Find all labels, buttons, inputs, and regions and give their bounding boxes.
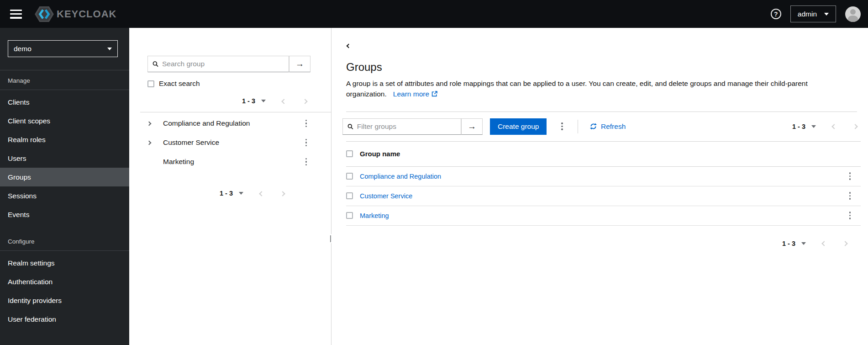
sidebar-item-client-scopes[interactable]: Client scopes bbox=[0, 111, 129, 130]
expand-toggle-icon[interactable] bbox=[147, 122, 156, 125]
pagination-next-button[interactable] bbox=[277, 188, 288, 199]
group-tree: Compliance and Regulation Customer Servi… bbox=[147, 114, 310, 171]
arrow-right-icon: → bbox=[468, 122, 476, 132]
keycloak-logo-icon bbox=[35, 6, 54, 22]
user-menu-dropdown[interactable]: admin bbox=[790, 5, 836, 22]
avatar-head bbox=[850, 9, 856, 15]
tree-item-label[interactable]: Compliance and Regulation bbox=[163, 119, 250, 127]
pagination-next-button[interactable] bbox=[300, 96, 310, 106]
table-pagination-top: 1 - 3 bbox=[789, 121, 861, 132]
group-search-submit-button[interactable]: → bbox=[289, 56, 310, 72]
pagination-range-toggle[interactable]: 1 - 3 bbox=[217, 188, 246, 199]
sidebar-section-configure: Configure bbox=[0, 231, 129, 250]
brand-text: KEYCLOAK bbox=[57, 8, 116, 20]
pagination-next-button[interactable] bbox=[840, 238, 851, 249]
search-icon bbox=[153, 61, 158, 67]
toolbar-divider bbox=[578, 120, 578, 133]
sidebar-item-realm-settings[interactable]: Realm settings bbox=[0, 254, 129, 272]
pagination-prev-button[interactable] bbox=[256, 188, 267, 199]
chevron-down-icon bbox=[801, 242, 806, 245]
row-checkbox[interactable] bbox=[346, 173, 353, 180]
table-row: Customer Service bbox=[346, 186, 861, 206]
chevron-left-icon bbox=[831, 124, 836, 129]
row-checkbox[interactable] bbox=[346, 192, 353, 199]
chevron-left-icon bbox=[281, 99, 286, 104]
refresh-button[interactable]: Refresh bbox=[589, 121, 626, 133]
pagination-prev-button[interactable] bbox=[819, 238, 830, 249]
chevron-right-icon bbox=[842, 241, 847, 246]
toolbar-kebab-menu-icon[interactable] bbox=[558, 120, 567, 133]
tree-item: Marketing bbox=[147, 152, 310, 171]
sidebar-item-authentication[interactable]: Authentication bbox=[0, 272, 129, 291]
page-description: A group is a set of attributes and role … bbox=[346, 78, 855, 100]
group-link[interactable]: Compliance and Regulation bbox=[360, 173, 441, 180]
kebab-menu-icon[interactable] bbox=[302, 155, 311, 168]
column-header-group-name: Group name bbox=[360, 150, 400, 158]
exact-search-checkbox[interactable] bbox=[147, 80, 154, 87]
chevron-left-icon bbox=[821, 241, 826, 246]
masthead: KEYCLOAK ? admin bbox=[0, 0, 868, 28]
sidebar-item-users[interactable]: Users bbox=[0, 149, 129, 168]
row-kebab-menu-icon[interactable] bbox=[846, 170, 855, 182]
pagination-range-toggle[interactable]: 1 - 3 bbox=[789, 121, 819, 132]
pagination-prev-button[interactable] bbox=[279, 96, 289, 106]
table-header-row: Group name bbox=[346, 142, 861, 167]
arrow-right-icon: → bbox=[295, 59, 304, 69]
chevron-left-icon bbox=[259, 191, 264, 196]
filter-groups-input[interactable] bbox=[357, 122, 456, 131]
pagination-range-toggle[interactable]: 1 - 3 bbox=[779, 238, 809, 249]
table-row: Marketing bbox=[346, 206, 861, 226]
realm-selector[interactable]: demo bbox=[8, 40, 118, 57]
refresh-label: Refresh bbox=[601, 122, 626, 131]
sidebar-item-sessions[interactable]: Sessions bbox=[0, 186, 129, 205]
row-kebab-menu-icon[interactable] bbox=[846, 209, 855, 222]
create-group-button[interactable]: Create group bbox=[490, 118, 547, 135]
select-all-checkbox[interactable] bbox=[346, 150, 353, 157]
sidebar-item-realm-roles[interactable]: Realm roles bbox=[0, 130, 129, 149]
tree-pagination-top: 1 - 3 bbox=[147, 96, 310, 106]
sidebar-section-manage: Manage bbox=[0, 70, 129, 90]
row-kebab-menu-icon[interactable] bbox=[846, 189, 855, 202]
kebab-menu-icon[interactable] bbox=[302, 136, 311, 149]
collapse-tree-button[interactable] bbox=[344, 40, 353, 51]
pagination-next-button[interactable] bbox=[850, 121, 861, 132]
search-icon bbox=[347, 123, 353, 130]
pagination-prev-button[interactable] bbox=[829, 121, 840, 132]
chevron-down-icon bbox=[239, 192, 243, 195]
pagination-range: 1 - 3 bbox=[242, 97, 255, 105]
sidebar-item-user-federation[interactable]: User federation bbox=[0, 310, 129, 329]
sidebar-item-identity-providers[interactable]: Identity providers bbox=[0, 291, 129, 310]
expand-toggle-icon[interactable] bbox=[147, 141, 156, 144]
group-link[interactable]: Customer Service bbox=[360, 192, 412, 200]
table-pagination-bottom: 1 - 3 bbox=[342, 238, 851, 249]
tree-item: Compliance and Regulation bbox=[147, 114, 310, 133]
groups-toolbar: → Create group Refresh 1 - 3 bbox=[342, 112, 861, 141]
chevron-left-icon bbox=[347, 44, 351, 48]
learn-more-link[interactable]: Learn more bbox=[393, 90, 437, 98]
sidebar-item-groups[interactable]: Groups bbox=[0, 168, 129, 186]
pagination-range: 1 - 3 bbox=[782, 240, 795, 247]
chevron-down-icon bbox=[811, 125, 816, 128]
pagination-range-toggle[interactable]: 1 - 3 bbox=[239, 96, 268, 106]
hamburger-menu-icon[interactable] bbox=[10, 10, 22, 19]
keycloak-logo[interactable]: KEYCLOAK bbox=[35, 6, 116, 22]
group-link[interactable]: Marketing bbox=[360, 212, 389, 219]
tree-item-label[interactable]: Marketing bbox=[163, 158, 194, 166]
filter-groups-submit-button[interactable]: → bbox=[461, 118, 483, 135]
help-icon[interactable]: ? bbox=[771, 9, 781, 19]
tree-item-label[interactable]: Customer Service bbox=[163, 138, 219, 147]
avatar-body bbox=[848, 16, 858, 22]
sidebar: demo Manage Clients Client scopes Realm … bbox=[0, 28, 129, 345]
chevron-right-icon bbox=[302, 99, 307, 104]
user-menu-label: admin bbox=[798, 10, 817, 18]
sidebar-item-clients[interactable]: Clients bbox=[0, 93, 129, 111]
group-search-input[interactable] bbox=[162, 60, 284, 68]
refresh-icon bbox=[590, 123, 597, 130]
pagination-range: 1 - 3 bbox=[220, 190, 233, 197]
exact-search-option: Exact search bbox=[147, 80, 310, 88]
kebab-menu-icon[interactable] bbox=[302, 117, 311, 130]
sidebar-item-events[interactable]: Events bbox=[0, 205, 129, 224]
row-checkbox[interactable] bbox=[346, 212, 353, 219]
chevron-down-icon bbox=[261, 100, 266, 102]
avatar[interactable] bbox=[845, 6, 861, 22]
